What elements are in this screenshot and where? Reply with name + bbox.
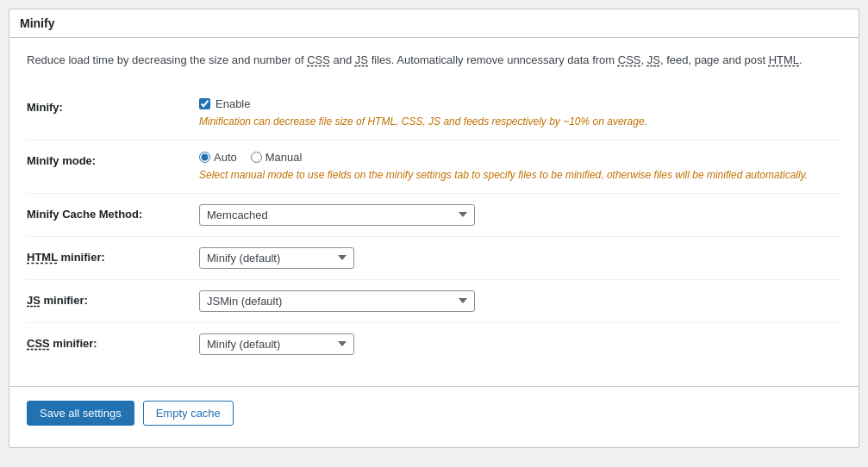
minify-mode-hint: Select manual mode to use fields on the … — [199, 167, 841, 183]
js-label-underline: JS — [27, 294, 41, 307]
manual-radio-label[interactable]: Manual — [251, 151, 303, 164]
css-minifier-control: Minify (default) YUI Compressor None — [199, 333, 841, 355]
minify-hint: Minification can decrease file size of H… — [199, 114, 841, 129]
cache-method-select[interactable]: Disk Memcached Redis APC — [199, 204, 475, 226]
minify-label: Minify: — [27, 97, 199, 114]
js-minifier-select[interactable]: JSMin (default) YUI Compressor Google Cl… — [199, 290, 475, 312]
manual-label: Manual — [265, 151, 303, 164]
js-ref-2: JS — [647, 53, 660, 66]
html-minifier-select[interactable]: Minify (default) HTML Tidy None — [199, 247, 354, 269]
empty-cache-button[interactable]: Empty cache — [143, 401, 234, 426]
minify-mode-radios: Auto Manual — [199, 151, 841, 164]
cache-method-label: Minify Cache Method: — [27, 204, 199, 221]
auto-radio-label[interactable]: Auto — [199, 151, 237, 164]
cache-method-row: Minify Cache Method: Disk Memcached Redi… — [27, 194, 841, 237]
html-label-underline: HTML — [27, 251, 58, 264]
js-minifier-control: JSMin (default) YUI Compressor Google Cl… — [199, 290, 841, 312]
minify-mode-row: Minify mode: Auto Manual Select manual m… — [27, 140, 841, 194]
css-minifier-select[interactable]: Minify (default) YUI Compressor None — [199, 333, 354, 355]
panel-body: Reduce load time by decreasing the size … — [9, 38, 859, 379]
manual-radio[interactable] — [251, 152, 262, 163]
minify-enable-label: Enable — [215, 97, 250, 110]
html-minifier-control: Minify (default) HTML Tidy None — [199, 247, 841, 269]
minify-mode-control: Auto Manual Select manual mode to use fi… — [199, 151, 841, 183]
cache-method-control: Disk Memcached Redis APC — [199, 204, 841, 226]
minify-row: Minify: Enable Minification can decrease… — [27, 87, 841, 140]
minify-panel: Minify Reduce load time by decreasing th… — [9, 9, 859, 448]
footer-actions: Save all settings Empty cache — [9, 386, 859, 439]
html-ref-1: HTML — [769, 53, 799, 66]
js-minifier-label: JS minifier: — [27, 290, 199, 307]
auto-radio[interactable] — [199, 152, 210, 163]
css-ref-2: CSS — [618, 53, 641, 66]
intro-text: Reduce load time by decreasing the size … — [27, 52, 841, 70]
save-all-button[interactable]: Save all settings — [27, 401, 134, 426]
html-minifier-label: HTML minifier: — [27, 247, 199, 264]
minify-control: Enable Minification can decrease file si… — [199, 97, 841, 129]
minify-checkbox[interactable] — [199, 98, 210, 109]
js-ref-1: JS — [355, 53, 368, 66]
js-minifier-row: JS minifier: JSMin (default) YUI Compres… — [27, 280, 841, 323]
css-ref-1: CSS — [307, 53, 330, 66]
minify-checkbox-label[interactable]: Enable — [199, 97, 841, 110]
css-minifier-row: CSS minifier: Minify (default) YUI Compr… — [27, 323, 841, 365]
css-label-underline: CSS — [27, 337, 50, 350]
html-minifier-row: HTML minifier: Minify (default) HTML Tid… — [27, 237, 841, 280]
minify-mode-label: Minify mode: — [27, 151, 199, 167]
panel-title: Minify — [9, 9, 859, 38]
auto-label: Auto — [214, 151, 237, 164]
css-minifier-label: CSS minifier: — [27, 333, 199, 350]
